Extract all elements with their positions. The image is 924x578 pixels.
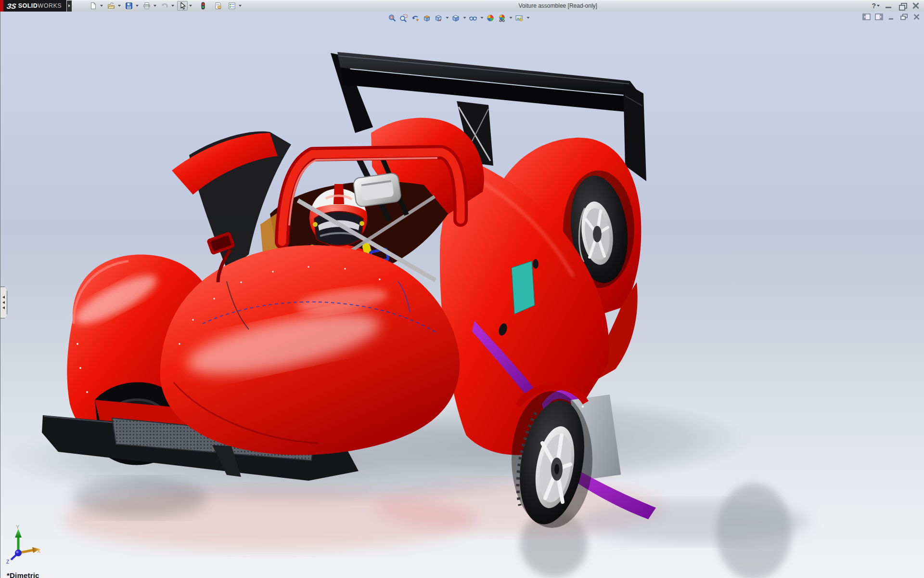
zoom-to-area-icon: [400, 14, 408, 22]
new-document-icon: [90, 2, 97, 10]
solidworks-logo: ЗS SOLIDWORKS: [0, 0, 66, 12]
graphics-area[interactable]: Y X Z *Dimetric: [0, 12, 924, 578]
file-properties-icon: [214, 2, 222, 10]
collapse-left-icon: [2, 296, 5, 299]
title-bar: ЗS SOLIDWORKS: [0, 0, 924, 12]
display-style-dropdown-arrow[interactable]: [462, 13, 467, 23]
next-pane-button[interactable]: [875, 13, 883, 20]
select-cursor-icon: [179, 2, 186, 10]
print-icon: [143, 2, 151, 10]
ds-logo-mark: ЗS: [6, 2, 17, 10]
solidworks-window: ЗS SOLIDWORKS: [0, 0, 924, 578]
rebuild-button[interactable]: [198, 1, 208, 11]
print-dropdown-arrow[interactable]: [153, 1, 157, 11]
display-style-icon: [452, 14, 460, 22]
save-button[interactable]: [124, 1, 134, 11]
apply-scene-dropdown-arrow[interactable]: [509, 13, 513, 23]
view-settings-dropdown-arrow[interactable]: [526, 13, 530, 23]
hide-show-items-dropdown-arrow[interactable]: [480, 13, 484, 23]
previous-pane-icon: [862, 13, 871, 20]
view-orientation-icon: [435, 14, 443, 22]
document-close-icon: [912, 13, 921, 20]
options-button[interactable]: [227, 1, 237, 11]
view-orientation-label: *Dimetric: [7, 571, 39, 578]
view-settings-button[interactable]: [514, 13, 525, 23]
mirror-scoop: [353, 172, 401, 207]
3d-model-render: [0, 12, 924, 578]
rebuild-trafficlight-icon: [199, 2, 207, 10]
triad-y-label: Y: [16, 524, 20, 530]
next-pane-icon: [875, 13, 883, 20]
document-minimize-icon: [887, 13, 896, 20]
options-icon: [228, 2, 236, 10]
headsup-view-toolbar: [387, 13, 530, 23]
new-dropdown-arrow[interactable]: [99, 1, 103, 11]
hide-show-items-glasses-icon: [469, 14, 477, 22]
open-dropdown-arrow[interactable]: [117, 1, 121, 11]
document-title: Voiture assomblee [Read-only]: [244, 2, 872, 9]
zoom-to-fit-button[interactable]: [387, 13, 398, 23]
previous-pane-button[interactable]: [862, 13, 871, 20]
menu-expand-button[interactable]: [67, 0, 72, 12]
undo-dropdown-arrow[interactable]: [170, 1, 175, 11]
edit-appearance-beachball-icon: [487, 14, 495, 22]
help-dropdown-arrow: [877, 5, 880, 7]
minimize-button[interactable]: [885, 2, 893, 9]
select-button[interactable]: [177, 1, 188, 11]
previous-view-button[interactable]: [411, 13, 421, 23]
collapse-left-icon: [2, 301, 5, 304]
help-button[interactable]: ?: [872, 2, 880, 10]
document-minimize-button[interactable]: [887, 13, 896, 20]
hood: [160, 245, 460, 455]
file-properties-button[interactable]: [213, 1, 223, 11]
new-button[interactable]: [88, 1, 99, 11]
zoom-to-area-button[interactable]: [399, 13, 409, 23]
previous-view-icon: [411, 14, 420, 22]
solidworks-wordmark: SOLIDWORKS: [18, 2, 62, 9]
document-restore-button[interactable]: [900, 13, 908, 20]
open-button[interactable]: [106, 1, 116, 11]
window-controls: ?: [872, 2, 920, 10]
save-floppy-icon: [125, 2, 133, 10]
document-close-button[interactable]: [912, 13, 921, 20]
apply-scene-button[interactable]: [497, 13, 507, 23]
zoom-to-fit-icon: [388, 14, 397, 22]
reference-triad: Y X Z: [3, 523, 45, 565]
open-folder-icon: [107, 2, 115, 10]
close-icon: [911, 2, 920, 10]
view-settings-icon: [515, 14, 524, 22]
featuremanager-splitter-tab[interactable]: [0, 287, 7, 318]
select-dropdown-arrow[interactable]: [188, 1, 192, 11]
standard-toolbar: [88, 1, 244, 11]
hide-show-items-button[interactable]: [468, 13, 478, 23]
section-view-button[interactable]: [422, 13, 432, 23]
restore-button[interactable]: [898, 2, 907, 9]
section-view-icon: [423, 14, 431, 22]
edit-appearance-button[interactable]: [486, 13, 496, 23]
logo-red-accent: [0, 0, 3, 12]
view-orientation-button[interactable]: [434, 13, 444, 23]
apply-scene-icon: [498, 14, 506, 22]
print-button[interactable]: [141, 1, 152, 11]
document-restore-icon: [900, 13, 908, 20]
undo-icon: [161, 2, 168, 10]
save-dropdown-arrow[interactable]: [135, 1, 139, 11]
options-dropdown-arrow[interactable]: [238, 1, 242, 11]
view-orientation-dropdown-arrow[interactable]: [445, 13, 449, 23]
collapse-left-icon: [2, 306, 5, 309]
triad-x-label: X: [37, 548, 41, 554]
undo-button[interactable]: [159, 1, 170, 11]
close-button[interactable]: [911, 2, 920, 9]
document-window-controls: [862, 13, 921, 20]
display-style-button[interactable]: [451, 13, 461, 23]
triad-z-label: Z: [6, 559, 9, 565]
